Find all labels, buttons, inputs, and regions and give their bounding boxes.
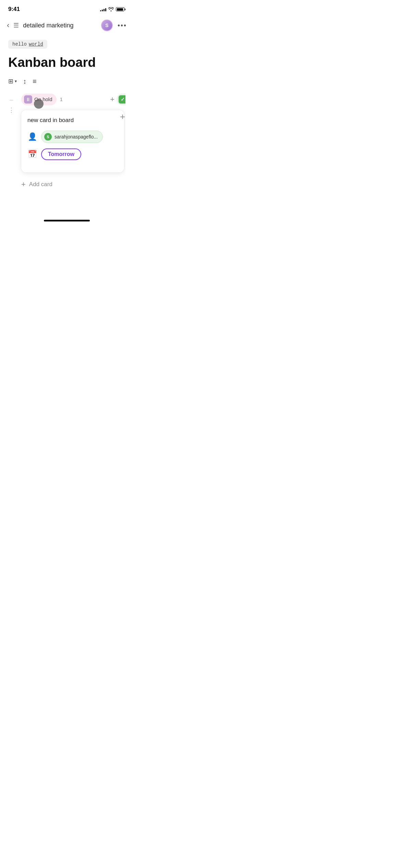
content: hello world Kanban board ⊞ ▾ ↕ ≡ − ⋮ [0, 34, 134, 192]
assignee-row: 👤 S sarahjonaspageflo... [27, 131, 118, 143]
add-card-label: Add card [29, 181, 52, 188]
breadcrumb-hello: hello [12, 41, 27, 47]
nav-right: S ••• [101, 20, 127, 31]
home-indicator-area [0, 220, 134, 221]
done-icon: ✓ [119, 95, 125, 104]
column-add-button-on-hold[interactable]: + [110, 95, 114, 104]
drag-handle[interactable] [34, 99, 44, 109]
nav-bar: ‹ ☰ detailed marketing S ••• [0, 16, 134, 34]
date-row: 📅 Tomorrow [27, 148, 118, 160]
avatar[interactable]: S [101, 20, 113, 31]
status-time: 9:41 [8, 6, 20, 13]
add-card-plus-icon: + [21, 180, 26, 189]
filter-button[interactable]: ≡ [33, 77, 37, 85]
battery-icon [116, 7, 125, 11]
on-hold-icon: ⏸ [24, 95, 32, 104]
date-chip[interactable]: Tomorrow [41, 148, 81, 160]
breadcrumb-world: world [29, 41, 43, 47]
board-view-icon: ⊞ [8, 77, 13, 85]
breadcrumb[interactable]: hello world [8, 40, 47, 49]
filter-icon: ≡ [33, 77, 37, 85]
column-header-on-hold: ⏸ On hold 1 + ⋯ [21, 94, 124, 105]
kanban-column-done-stub: ✓ D + [117, 94, 125, 122]
kanban-card[interactable]: new card in board 👤 S sarahjonaspageflo.… [21, 110, 124, 172]
wifi-icon [108, 7, 114, 11]
sort-icon: ↕ [23, 77, 26, 85]
status-icons [100, 7, 125, 11]
page-title: Kanban board [8, 56, 125, 70]
assignee-name: sarahjonaspageflo... [54, 134, 98, 140]
card-title: new card in board [27, 117, 118, 124]
nav-left: ‹ ☰ detailed marketing [7, 21, 73, 30]
done-column-tag[interactable]: ✓ D [117, 94, 125, 105]
date-label: Tomorrow [48, 151, 74, 157]
left-collapse-area: − ⋮ [8, 96, 14, 192]
signal-icon [100, 7, 106, 11]
nav-title: detailed marketing [23, 22, 73, 29]
left-menu-icon[interactable]: ⋮ [8, 106, 14, 114]
more-button[interactable]: ••• [118, 22, 127, 29]
back-button[interactable]: ‹ [7, 21, 9, 30]
add-card-button[interactable]: + Add card [21, 177, 124, 192]
kanban-column-on-hold: ⏸ On hold 1 + ⋯ new card in board 👤 [21, 94, 124, 192]
assignee-chip[interactable]: S sarahjonaspageflo... [41, 131, 103, 143]
sort-button[interactable]: ↕ [23, 77, 26, 85]
home-indicator [44, 220, 90, 221]
kanban-board: − ⋮ ⏸ On hold 1 + ⋯ [8, 94, 125, 192]
done-column-add-button[interactable]: + [120, 111, 125, 122]
column-tag-on-hold[interactable]: ⏸ On hold [21, 94, 57, 105]
view-toggle-button[interactable]: ⊞ ▾ [8, 77, 17, 85]
calendar-icon: 📅 [27, 150, 37, 159]
column-count-on-hold: 1 [60, 96, 63, 102]
kanban-area: − ⋮ ⏸ On hold 1 + ⋯ [8, 94, 125, 192]
doc-icon: ☰ [13, 22, 19, 29]
toolbar: ⊞ ▾ ↕ ≡ [8, 77, 125, 85]
assignee-icon: 👤 [27, 132, 37, 141]
chevron-down-icon: ▾ [15, 79, 17, 84]
status-bar: 9:41 [0, 0, 134, 16]
left-collapse-icon[interactable]: − [9, 96, 13, 104]
assignee-avatar: S [44, 133, 52, 141]
